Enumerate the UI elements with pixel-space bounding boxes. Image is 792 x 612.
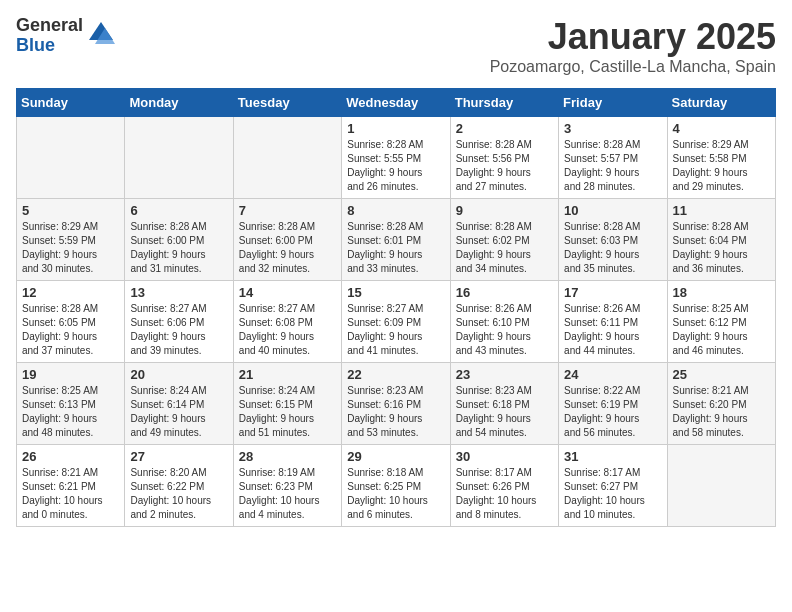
- day-info: Sunrise: 8:18 AM Sunset: 6:25 PM Dayligh…: [347, 466, 444, 522]
- table-row: 6Sunrise: 8:28 AM Sunset: 6:00 PM Daylig…: [125, 199, 233, 281]
- calendar-subtitle: Pozoamargo, Castille-La Mancha, Spain: [490, 58, 776, 76]
- day-info: Sunrise: 8:28 AM Sunset: 5:57 PM Dayligh…: [564, 138, 661, 194]
- title-section: January 2025 Pozoamargo, Castille-La Man…: [490, 16, 776, 76]
- day-info: Sunrise: 8:24 AM Sunset: 6:14 PM Dayligh…: [130, 384, 227, 440]
- table-row: 29Sunrise: 8:18 AM Sunset: 6:25 PM Dayli…: [342, 445, 450, 527]
- day-number: 24: [564, 367, 661, 382]
- table-row: 17Sunrise: 8:26 AM Sunset: 6:11 PM Dayli…: [559, 281, 667, 363]
- table-row: [17, 117, 125, 199]
- day-number: 23: [456, 367, 553, 382]
- day-number: 25: [673, 367, 770, 382]
- col-friday: Friday: [559, 89, 667, 117]
- day-info: Sunrise: 8:23 AM Sunset: 6:16 PM Dayligh…: [347, 384, 444, 440]
- table-row: 28Sunrise: 8:19 AM Sunset: 6:23 PM Dayli…: [233, 445, 341, 527]
- day-info: Sunrise: 8:23 AM Sunset: 6:18 PM Dayligh…: [456, 384, 553, 440]
- day-number: 1: [347, 121, 444, 136]
- table-row: 4Sunrise: 8:29 AM Sunset: 5:58 PM Daylig…: [667, 117, 775, 199]
- day-info: Sunrise: 8:28 AM Sunset: 6:03 PM Dayligh…: [564, 220, 661, 276]
- day-number: 12: [22, 285, 119, 300]
- day-number: 8: [347, 203, 444, 218]
- col-tuesday: Tuesday: [233, 89, 341, 117]
- day-info: Sunrise: 8:27 AM Sunset: 6:09 PM Dayligh…: [347, 302, 444, 358]
- day-number: 31: [564, 449, 661, 464]
- logo-blue-text: Blue: [16, 36, 83, 56]
- table-row: [233, 117, 341, 199]
- day-info: Sunrise: 8:29 AM Sunset: 5:58 PM Dayligh…: [673, 138, 770, 194]
- table-row: 3Sunrise: 8:28 AM Sunset: 5:57 PM Daylig…: [559, 117, 667, 199]
- day-info: Sunrise: 8:28 AM Sunset: 6:02 PM Dayligh…: [456, 220, 553, 276]
- header-row: Sunday Monday Tuesday Wednesday Thursday…: [17, 89, 776, 117]
- table-row: 19Sunrise: 8:25 AM Sunset: 6:13 PM Dayli…: [17, 363, 125, 445]
- day-number: 18: [673, 285, 770, 300]
- logo-icon: [87, 20, 115, 52]
- day-info: Sunrise: 8:28 AM Sunset: 6:05 PM Dayligh…: [22, 302, 119, 358]
- table-row: 16Sunrise: 8:26 AM Sunset: 6:10 PM Dayli…: [450, 281, 558, 363]
- week-row-4: 19Sunrise: 8:25 AM Sunset: 6:13 PM Dayli…: [17, 363, 776, 445]
- table-row: 25Sunrise: 8:21 AM Sunset: 6:20 PM Dayli…: [667, 363, 775, 445]
- logo-general-text: General: [16, 16, 83, 36]
- day-info: Sunrise: 8:28 AM Sunset: 5:55 PM Dayligh…: [347, 138, 444, 194]
- day-info: Sunrise: 8:27 AM Sunset: 6:06 PM Dayligh…: [130, 302, 227, 358]
- day-info: Sunrise: 8:21 AM Sunset: 6:21 PM Dayligh…: [22, 466, 119, 522]
- table-row: 12Sunrise: 8:28 AM Sunset: 6:05 PM Dayli…: [17, 281, 125, 363]
- day-number: 21: [239, 367, 336, 382]
- table-row: 1Sunrise: 8:28 AM Sunset: 5:55 PM Daylig…: [342, 117, 450, 199]
- day-info: Sunrise: 8:26 AM Sunset: 6:11 PM Dayligh…: [564, 302, 661, 358]
- table-row: 26Sunrise: 8:21 AM Sunset: 6:21 PM Dayli…: [17, 445, 125, 527]
- table-row: 30Sunrise: 8:17 AM Sunset: 6:26 PM Dayli…: [450, 445, 558, 527]
- day-number: 5: [22, 203, 119, 218]
- day-info: Sunrise: 8:19 AM Sunset: 6:23 PM Dayligh…: [239, 466, 336, 522]
- day-number: 17: [564, 285, 661, 300]
- day-info: Sunrise: 8:24 AM Sunset: 6:15 PM Dayligh…: [239, 384, 336, 440]
- day-number: 13: [130, 285, 227, 300]
- day-number: 19: [22, 367, 119, 382]
- day-number: 2: [456, 121, 553, 136]
- col-monday: Monday: [125, 89, 233, 117]
- day-number: 27: [130, 449, 227, 464]
- day-number: 3: [564, 121, 661, 136]
- day-info: Sunrise: 8:17 AM Sunset: 6:27 PM Dayligh…: [564, 466, 661, 522]
- day-info: Sunrise: 8:27 AM Sunset: 6:08 PM Dayligh…: [239, 302, 336, 358]
- table-row: 5Sunrise: 8:29 AM Sunset: 5:59 PM Daylig…: [17, 199, 125, 281]
- day-info: Sunrise: 8:22 AM Sunset: 6:19 PM Dayligh…: [564, 384, 661, 440]
- day-number: 7: [239, 203, 336, 218]
- calendar-title: January 2025: [490, 16, 776, 58]
- week-row-3: 12Sunrise: 8:28 AM Sunset: 6:05 PM Dayli…: [17, 281, 776, 363]
- day-number: 30: [456, 449, 553, 464]
- table-row: 13Sunrise: 8:27 AM Sunset: 6:06 PM Dayli…: [125, 281, 233, 363]
- table-row: [125, 117, 233, 199]
- day-info: Sunrise: 8:28 AM Sunset: 6:00 PM Dayligh…: [130, 220, 227, 276]
- day-number: 26: [22, 449, 119, 464]
- day-info: Sunrise: 8:20 AM Sunset: 6:22 PM Dayligh…: [130, 466, 227, 522]
- day-info: Sunrise: 8:29 AM Sunset: 5:59 PM Dayligh…: [22, 220, 119, 276]
- day-number: 20: [130, 367, 227, 382]
- day-info: Sunrise: 8:28 AM Sunset: 6:00 PM Dayligh…: [239, 220, 336, 276]
- day-number: 16: [456, 285, 553, 300]
- table-row: 18Sunrise: 8:25 AM Sunset: 6:12 PM Dayli…: [667, 281, 775, 363]
- day-info: Sunrise: 8:21 AM Sunset: 6:20 PM Dayligh…: [673, 384, 770, 440]
- day-info: Sunrise: 8:17 AM Sunset: 6:26 PM Dayligh…: [456, 466, 553, 522]
- table-row: 27Sunrise: 8:20 AM Sunset: 6:22 PM Dayli…: [125, 445, 233, 527]
- day-number: 9: [456, 203, 553, 218]
- table-row: 14Sunrise: 8:27 AM Sunset: 6:08 PM Dayli…: [233, 281, 341, 363]
- day-number: 14: [239, 285, 336, 300]
- table-row: 21Sunrise: 8:24 AM Sunset: 6:15 PM Dayli…: [233, 363, 341, 445]
- day-number: 4: [673, 121, 770, 136]
- col-sunday: Sunday: [17, 89, 125, 117]
- day-info: Sunrise: 8:26 AM Sunset: 6:10 PM Dayligh…: [456, 302, 553, 358]
- day-number: 11: [673, 203, 770, 218]
- week-row-5: 26Sunrise: 8:21 AM Sunset: 6:21 PM Dayli…: [17, 445, 776, 527]
- week-row-2: 5Sunrise: 8:29 AM Sunset: 5:59 PM Daylig…: [17, 199, 776, 281]
- day-info: Sunrise: 8:28 AM Sunset: 5:56 PM Dayligh…: [456, 138, 553, 194]
- day-info: Sunrise: 8:28 AM Sunset: 6:01 PM Dayligh…: [347, 220, 444, 276]
- table-row: 2Sunrise: 8:28 AM Sunset: 5:56 PM Daylig…: [450, 117, 558, 199]
- table-row: 15Sunrise: 8:27 AM Sunset: 6:09 PM Dayli…: [342, 281, 450, 363]
- col-thursday: Thursday: [450, 89, 558, 117]
- day-number: 28: [239, 449, 336, 464]
- day-number: 22: [347, 367, 444, 382]
- col-saturday: Saturday: [667, 89, 775, 117]
- table-row: 24Sunrise: 8:22 AM Sunset: 6:19 PM Dayli…: [559, 363, 667, 445]
- day-number: 15: [347, 285, 444, 300]
- day-info: Sunrise: 8:25 AM Sunset: 6:13 PM Dayligh…: [22, 384, 119, 440]
- calendar-table: Sunday Monday Tuesday Wednesday Thursday…: [16, 88, 776, 527]
